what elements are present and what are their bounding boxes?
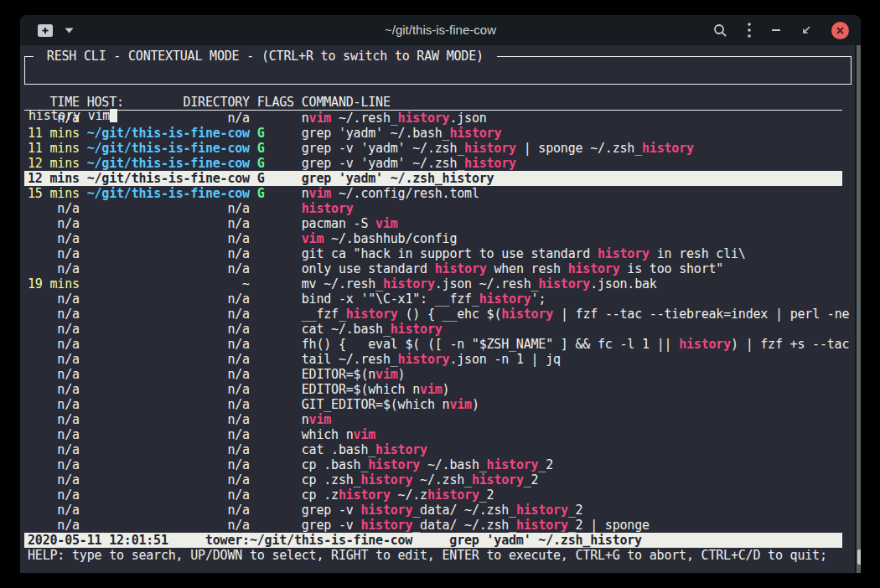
history-list: n/a n/a nvim ~/.resh_history.json11 mins… [20,111,861,533]
close-icon [836,27,844,34]
search-query-text: history vim [28,108,110,123]
search-input[interactable]: history vim [28,108,851,123]
minimize-icon [771,28,781,32]
history-row[interactable]: n/a n/a history [24,201,842,216]
terminal-content: RESH CLI - CONTEXTUAL MODE - (CTRL+R to … [20,45,861,573]
history-row[interactable]: n/a n/a vim ~/.bashhub/config [24,231,842,246]
history-row[interactable]: n/a n/a which nvim [24,427,842,442]
restore-button[interactable] [801,25,811,35]
history-row[interactable]: n/a n/a cp .zsh_history ~/.zsh_history_2 [24,472,842,487]
history-row[interactable]: n/a n/a GIT_EDITOR=$(which nvim) [24,397,842,412]
titlebar: ~/git/this-is-fine-cow [20,15,861,45]
search-button[interactable] [713,23,727,38]
menu-button[interactable] [748,23,751,38]
history-row[interactable]: n/a n/a bind -x '"\C-x1": __fzf_history'… [24,291,842,307]
scrollbar-track[interactable] [855,45,861,573]
history-row[interactable]: 12 mins ~/git/this-is-fine-cow G grep -v… [24,156,842,171]
resh-mode-title: RESH CLI - CONTEXTUAL MODE - (CTRL+R to … [34,49,497,64]
minimize-button[interactable] [771,28,781,32]
history-row[interactable]: n/a n/a grep -v history_data/ ~/.zsh_his… [24,518,842,533]
history-row[interactable]: n/a n/a git ca "hack in support to use s… [24,246,842,261]
close-button[interactable] [831,22,849,39]
history-row[interactable]: n/a n/a EDITOR=$(which nvim) [24,382,842,397]
history-row[interactable]: n/a n/a nvim [24,412,842,427]
scrollbar-thumb[interactable] [857,549,861,565]
history-row[interactable]: n/a n/a cp .zhistory ~/.zhistory_2 [24,487,842,503]
history-row-selected[interactable]: 12 mins ~/git/this-is-fine-cow G grep 'y… [24,171,842,186]
history-row[interactable]: n/a n/a cat .bash_history [24,442,842,457]
history-row[interactable]: n/a n/a __fzf_history () { __ehc $(histo… [24,307,842,322]
history-row[interactable]: n/a n/a EDITOR=$(nvim) [24,367,842,382]
text-cursor [110,109,117,122]
titlebar-left-controls [37,23,74,38]
history-row[interactable]: n/a n/a cp .bash_history ~/.bash_history… [24,457,842,472]
history-row[interactable]: n/a n/a only use standard history when r… [24,261,842,276]
kebab-menu-icon [748,23,751,38]
history-row[interactable]: n/a n/a pacman -S vim [24,216,842,231]
new-tab-button[interactable] [37,23,54,38]
status-bar: 2020-05-11 12:01:51 tower:~/git/this-is-… [24,533,842,548]
chevron-down-icon [65,28,74,34]
search-icon [713,23,727,38]
new-tab-icon [37,23,54,38]
restore-icon [801,25,811,35]
history-row[interactable]: n/a n/a tail ~/.resh_history.json -n 1 |… [24,352,842,367]
help-line: HELP: type to search, UP/DOWN to select,… [24,548,861,563]
history-row[interactable]: n/a n/a cat ~/.bash_history [24,322,842,337]
history-row[interactable]: 19 mins ~ mv ~/.resh_history.json ~/.res… [24,276,842,291]
resh-search-box: RESH CLI - CONTEXTUAL MODE - (CTRL+R to … [24,56,852,85]
history-row[interactable]: 15 mins ~/git/this-is-fine-cow G nvim ~/… [24,186,842,201]
history-row[interactable]: n/a n/a fh() { eval $( ([ -n "$ZSH_NAME"… [24,337,842,352]
titlebar-right-controls [713,22,849,39]
tab-dropdown-button[interactable] [65,28,74,34]
terminal-window: ~/git/this-is-fine-cow [20,15,861,573]
history-row[interactable]: n/a n/a grep -v history_data/ ~/.zsh_his… [24,503,842,518]
